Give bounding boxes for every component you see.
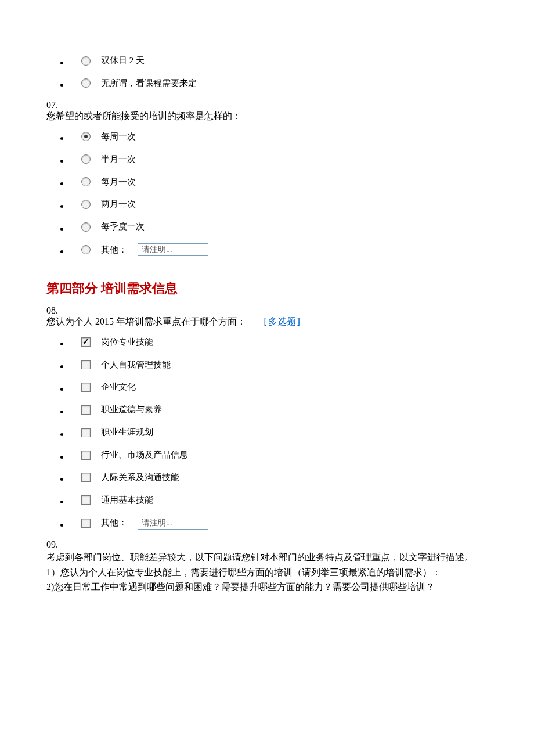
list-item: 双休日 2 天 <box>70 55 488 69</box>
list-item: 行业、市场及产品信息 <box>70 449 488 463</box>
option-label: 职业生涯规划 <box>101 426 153 438</box>
q09-line1: 考虑到各部门岗位、职能差异较大，以下问题请您针对本部门的业务特点及管理重点，以文… <box>46 550 488 565</box>
other-input[interactable]: 请注明... <box>138 517 208 530</box>
list-item: 职业生涯规划 <box>70 426 488 441</box>
list-item: 企业文化 <box>70 381 488 395</box>
option-label: 每周一次 <box>101 131 136 143</box>
question-number: 08. <box>46 305 488 316</box>
radio-icon[interactable] <box>81 177 91 186</box>
checkbox-icon[interactable] <box>81 451 91 460</box>
option-label: 半月一次 <box>101 153 136 165</box>
option-label: 个人自我管理技能 <box>101 359 171 371</box>
checkbox-icon[interactable] <box>81 337 91 347</box>
option-label: 职业道德与素养 <box>101 404 162 416</box>
q08-options: 岗位专业技能 个人自我管理技能 企业文化 职业道德与素养 职业生涯规划 行业、市… <box>46 336 488 532</box>
checkbox-icon[interactable] <box>81 519 91 528</box>
radio-icon[interactable] <box>81 56 91 66</box>
option-label: 行业、市场及产品信息 <box>101 449 188 461</box>
checkbox-icon[interactable] <box>81 495 91 505</box>
option-label: 人际关系及沟通技能 <box>101 471 179 484</box>
list-item: 其他： 请注明... <box>70 243 488 258</box>
list-item: 每月一次 <box>70 176 488 190</box>
list-item: 人际关系及沟通技能 <box>70 471 488 486</box>
radio-icon[interactable] <box>81 78 91 88</box>
checkbox-icon[interactable] <box>81 473 91 482</box>
list-item: 每周一次 <box>70 131 488 145</box>
checkbox-icon[interactable] <box>81 428 91 437</box>
list-item: 半月一次 <box>70 153 488 168</box>
divider <box>46 269 488 269</box>
checkbox-icon[interactable] <box>81 405 91 415</box>
option-label: 通用基本技能 <box>101 494 153 506</box>
option-label: 每季度一次 <box>101 221 145 233</box>
q09-line2: 1）您认为个人在岗位专业技能上，需要进行哪些方面的培训（请列举三项最紧迫的培训需… <box>46 565 488 580</box>
multi-choice-hint: [多选题] <box>262 316 301 327</box>
option-label: 两月一次 <box>101 198 136 210</box>
list-item: 通用基本技能 <box>70 494 488 509</box>
checkbox-icon[interactable] <box>81 383 91 392</box>
list-item: 每季度一次 <box>70 221 488 235</box>
option-label: 每月一次 <box>101 176 136 188</box>
checkbox-icon[interactable] <box>81 360 91 369</box>
list-item: 两月一次 <box>70 198 488 213</box>
list-item: 岗位专业技能 <box>70 336 488 351</box>
option-other-label: 其他： <box>101 244 127 256</box>
option-other-label: 其他： <box>101 517 127 529</box>
question-text: 您希望的或者所能接受的培训的频率是怎样的： <box>46 110 488 123</box>
radio-icon[interactable] <box>81 200 91 209</box>
radio-icon[interactable] <box>81 245 91 254</box>
option-label: 无所谓，看课程需要来定 <box>101 77 197 89</box>
option-label: 双休日 2 天 <box>101 55 145 67</box>
radio-icon[interactable] <box>81 222 91 232</box>
list-item: 无所谓，看课程需要来定 <box>70 77 488 92</box>
option-label: 企业文化 <box>101 381 136 393</box>
list-item: 个人自我管理技能 <box>70 359 488 373</box>
list-item: 职业道德与素养 <box>70 404 488 418</box>
other-input[interactable]: 请注明... <box>138 243 208 256</box>
question-number: 07. <box>46 100 488 110</box>
section-title: 第四部分 培训需求信息 <box>46 280 488 297</box>
question-text: 您认为个人 2015 年培训需求重点在于哪个方面： [多选题] <box>46 316 488 328</box>
question-number: 09. <box>46 539 488 550</box>
q07-options: 每周一次 半月一次 每月一次 两月一次 每季度一次 其他： 请注明... <box>46 131 488 258</box>
q09-line3: 2)您在日常工作中常遇到哪些问题和困难？需要提升哪些方面的能力？需要公司提供哪些… <box>46 579 488 595</box>
radio-icon[interactable] <box>81 132 91 141</box>
list-item: 其他： 请注明... <box>70 517 488 531</box>
option-label: 岗位专业技能 <box>101 336 153 348</box>
question-text-main: 您认为个人 2015 年培训需求重点在于哪个方面： <box>46 316 246 326</box>
q06-options-tail: 双休日 2 天 无所谓，看课程需要来定 <box>46 55 488 92</box>
radio-icon[interactable] <box>81 154 91 164</box>
